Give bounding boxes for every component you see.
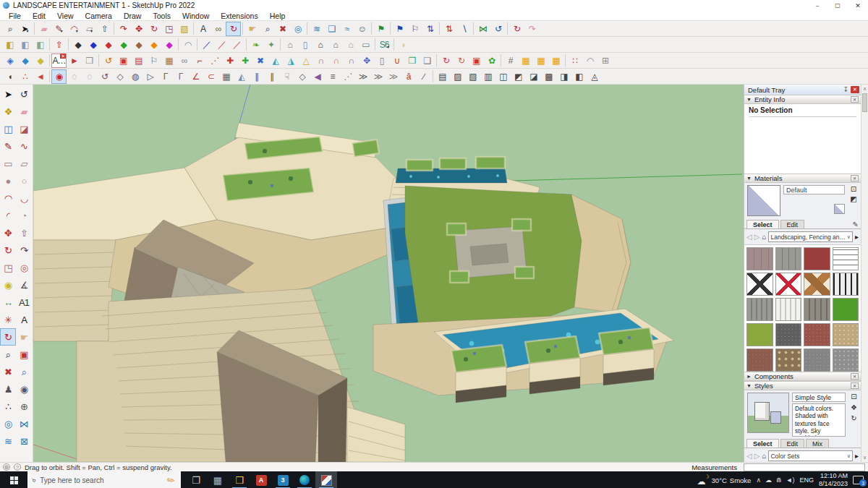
walk-tool[interactable]: ∴ xyxy=(0,398,16,415)
glasses-tool[interactable]: ∞ xyxy=(176,53,192,68)
collapse-icon[interactable]: ▼ xyxy=(746,176,752,181)
scatter-points-tool[interactable]: ∷ xyxy=(567,53,582,68)
list-tool[interactable]: ≡ xyxy=(325,69,340,84)
collapse-icon[interactable]: ▼ xyxy=(746,97,752,102)
close-icon[interactable]: ✕ xyxy=(851,373,859,380)
edge-app[interactable] xyxy=(294,471,315,488)
photo-textures-tool[interactable]: ❏ xyxy=(324,22,339,36)
curviloft-tool[interactable]: ◠ xyxy=(180,38,195,52)
fence3-tool[interactable]: ▧ xyxy=(465,69,480,84)
back-icon[interactable]: ◁ xyxy=(746,452,752,460)
create-style-icon[interactable]: ⊡ xyxy=(851,393,856,401)
corner1-tool[interactable]: Γ xyxy=(158,69,173,84)
material-swatch-wire-fence[interactable] xyxy=(833,247,859,270)
flag-green-tool[interactable]: ⚑ xyxy=(373,22,388,36)
styles-header[interactable]: ▼ Styles ✕ xyxy=(744,381,861,390)
line-tool[interactable]: ✎▾ xyxy=(51,22,67,36)
freehand-tool[interactable]: ∿ xyxy=(16,137,32,155)
rotate-tool[interactable]: ↻ xyxy=(0,241,16,259)
section-display-tool[interactable]: ⋈ xyxy=(16,415,32,432)
add-location-tool[interactable]: ◎ xyxy=(290,22,305,36)
red-u-tool[interactable]: ∪ xyxy=(389,53,404,68)
material-swatch-picket-fence-white[interactable] xyxy=(775,298,802,321)
material-swatch-grass-bright[interactable] xyxy=(833,298,859,321)
forward-icon[interactable]: ▷ xyxy=(754,452,760,460)
scroll-up-icon[interactable]: ∧ xyxy=(863,86,867,92)
chevrons3-tool[interactable]: ≫ xyxy=(386,69,401,84)
flip-tool[interactable]: ◖ xyxy=(2,69,17,84)
flag-blue-tool[interactable]: ⚑ xyxy=(392,22,407,36)
flag-outline-tool[interactable]: ⚐ xyxy=(407,22,422,36)
water-drop2-tool[interactable]: ◮ xyxy=(283,53,298,68)
tray-title-bar[interactable]: Default Tray ↧ ✕ xyxy=(744,85,861,95)
tray-scrollbar[interactable]: ∧ ∨ xyxy=(861,85,868,462)
zoom-view-tool[interactable]: ⌕ xyxy=(260,22,275,36)
cone-tool[interactable]: △ xyxy=(298,53,313,68)
rectangle-tool[interactable]: ▭ xyxy=(0,155,16,172)
corner-tool[interactable]: ⌐ xyxy=(192,53,207,68)
material-swatch-stone-cobble[interactable] xyxy=(775,247,802,270)
extension-warehouse-tool[interactable]: ≈ xyxy=(339,22,354,36)
swirl-tool[interactable]: ↺ xyxy=(97,69,112,84)
menu-view[interactable]: View xyxy=(51,12,80,20)
a-bar-tool[interactable]: ā xyxy=(401,69,416,84)
zoom-photo-tool[interactable]: ⌕ xyxy=(16,363,32,380)
text-tool[interactable]: A xyxy=(195,22,210,36)
styles-collection-dropdown[interactable]: Color Sets ∨ xyxy=(768,450,853,461)
entity-info-header[interactable]: ▼ Entity Info ✕ xyxy=(744,95,861,104)
fence9-tool[interactable]: ◨ xyxy=(556,69,571,84)
move-tool[interactable]: ✥ xyxy=(0,224,16,241)
offset-tool[interactable]: ◎ xyxy=(16,259,32,276)
material-swatch-crushed-stone[interactable] xyxy=(833,348,859,372)
drop-blue[interactable]: ◆ xyxy=(85,38,101,52)
edge-red2-tool[interactable]: ／ xyxy=(229,38,244,52)
eraser-tool[interactable]: ▰ xyxy=(36,22,51,36)
tape-measure-tool[interactable]: ◉ xyxy=(0,276,16,294)
menu-extensions[interactable]: Extensions xyxy=(215,12,263,20)
fence10-tool[interactable]: ◧ xyxy=(571,69,587,84)
layers-tool[interactable]: ❒ xyxy=(82,53,97,68)
arc-shape3-tool[interactable]: ∩ xyxy=(344,53,359,68)
follow-me-tool[interactable]: ↷ xyxy=(16,241,32,259)
pie-tool[interactable]: ◔ xyxy=(16,207,32,224)
red-dot-box-tool[interactable]: ▣ xyxy=(469,53,484,68)
slash-lines-tool[interactable]: ⋰ xyxy=(340,69,355,84)
fence7-tool[interactable]: ◪ xyxy=(526,69,541,84)
grid-box-tool[interactable]: ▦ xyxy=(218,69,234,84)
sketchup-app[interactable] xyxy=(315,471,337,488)
bin-tool[interactable]: ▯ xyxy=(374,53,389,68)
orbit-tool[interactable]: ↻ xyxy=(0,328,16,346)
material-swatch-wood-gate-gray[interactable] xyxy=(746,298,773,321)
look-around-tool[interactable]: ◉ xyxy=(16,380,32,398)
follow-me-tool[interactable]: ↷ xyxy=(116,22,131,36)
s6-tool[interactable]: S6▾ xyxy=(377,38,392,52)
red-wing-tool[interactable]: ◄ xyxy=(33,69,48,84)
flat-roof-tool[interactable]: ▭ xyxy=(358,38,373,52)
rotate-box-tool[interactable]: ↻ xyxy=(438,53,454,68)
wall-lines1-tool[interactable]: ∥ xyxy=(249,69,264,84)
eraser-tool[interactable]: ▰ xyxy=(16,103,32,120)
fredo-blue1-tool[interactable]: ◈ xyxy=(2,53,17,68)
chevrons2-tool[interactable]: ≫ xyxy=(370,69,386,84)
menu-window[interactable]: Window xyxy=(176,12,215,20)
tray-close-button[interactable]: ✕ xyxy=(851,86,859,93)
dimension-tool[interactable]: ↔ xyxy=(0,294,16,311)
material-swatch-gravel-dark[interactable] xyxy=(775,323,802,346)
polygon-tool[interactable]: ○ xyxy=(16,172,32,189)
tab-edit[interactable]: Edit xyxy=(780,439,805,448)
create-material-icon[interactable]: ⊡ xyxy=(851,185,856,193)
zoom-extents-tool[interactable]: ✖ xyxy=(0,363,16,380)
tag-tool[interactable]: ◪ xyxy=(16,120,32,137)
update-style-icon[interactable]: ❖ xyxy=(851,403,857,411)
autocad-app[interactable]: A xyxy=(250,471,272,488)
tab-select[interactable]: Select xyxy=(746,439,779,448)
volume-icon[interactable]: ◄) xyxy=(786,476,795,484)
sample-paint-icon[interactable]: ✎ xyxy=(853,221,859,228)
drop-orange[interactable]: ◆ xyxy=(146,38,161,52)
protractor-tool[interactable]: ∡ xyxy=(16,276,32,294)
select-tool[interactable]: ➤▾ xyxy=(17,22,33,36)
position-camera-tool[interactable]: ♟ xyxy=(0,380,16,398)
details-icon[interactable]: ▸ xyxy=(855,233,859,241)
material-swatch-gravel-tan[interactable] xyxy=(833,323,859,346)
section-fill-tool[interactable]: ≋ xyxy=(0,432,16,450)
